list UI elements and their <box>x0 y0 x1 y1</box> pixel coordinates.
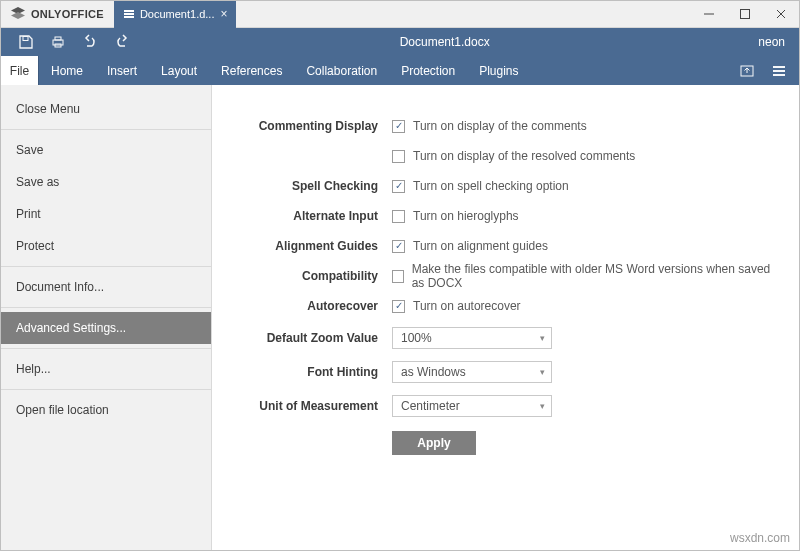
unit-value: Centimeter <box>401 399 460 413</box>
app-window: ONLYOFFICE Document1.d... × <box>0 0 800 551</box>
maximize-icon <box>739 8 751 20</box>
watermark: wsxdn.com <box>730 531 790 545</box>
menu-protection[interactable]: Protection <box>389 56 467 85</box>
checkbox-resolved-comments[interactable] <box>392 150 405 163</box>
sidebar-protect[interactable]: Protect <box>1 230 211 262</box>
chevron-down-icon: ▾ <box>540 333 545 343</box>
checkbox-alignment-label: Turn on alignment guides <box>413 239 548 253</box>
font-hinting-label: Font Hinting <box>212 365 392 379</box>
close-icon <box>775 8 787 20</box>
window-controls <box>691 1 799 28</box>
menu-home[interactable]: Home <box>39 56 95 85</box>
advanced-settings-panel: Commenting Display Turn on display of th… <box>212 85 799 550</box>
zoom-select[interactable]: 100% ▾ <box>392 327 552 349</box>
chevron-down-icon: ▾ <box>540 367 545 377</box>
svg-rect-6 <box>23 37 28 41</box>
titlebar: ONLYOFFICE Document1.d... × <box>1 1 799 28</box>
file-sidebar: Close Menu Save Save as Print Protect Do… <box>1 85 212 550</box>
svg-rect-3 <box>741 10 750 19</box>
sidebar-save-as[interactable]: Save as <box>1 166 211 198</box>
menu-references[interactable]: References <box>209 56 294 85</box>
font-hinting-value: as Windows <box>401 365 466 379</box>
sidebar-advanced-settings[interactable]: Advanced Settings... <box>1 312 211 344</box>
default-zoom-label: Default Zoom Value <box>212 331 392 345</box>
document-tab[interactable]: Document1.d... × <box>114 1 236 28</box>
menu-insert[interactable]: Insert <box>95 56 149 85</box>
separator <box>1 266 211 267</box>
quick-access-toolbar: Document1.docx neon <box>1 28 799 56</box>
commenting-display-label: Commenting Display <box>212 119 392 133</box>
checkbox-alignment[interactable] <box>392 240 405 253</box>
checkbox-spell-label: Turn on spell checking option <box>413 179 569 193</box>
checkbox-autorecover-label: Turn on autorecover <box>413 299 521 313</box>
file-tab[interactable]: File <box>1 56 39 85</box>
menubar: File Home Insert Layout References Colla… <box>1 56 799 85</box>
brand-label: ONLYOFFICE <box>31 8 104 20</box>
font-hinting-select[interactable]: as Windows ▾ <box>392 361 552 383</box>
menu-layout[interactable]: Layout <box>149 56 209 85</box>
checkbox-compat-label: Make the files compatible with older MS … <box>412 262 775 290</box>
apply-button[interactable]: Apply <box>392 431 476 455</box>
hamburger-icon <box>124 13 134 15</box>
unit-label: Unit of Measurement <box>212 399 392 413</box>
open-file-icon[interactable] <box>739 63 755 79</box>
brand: ONLYOFFICE <box>1 7 114 21</box>
separator <box>1 129 211 130</box>
spell-checking-label: Spell Checking <box>212 179 392 193</box>
checkbox-resolved-comments-label: Turn on display of the resolved comments <box>413 149 635 163</box>
menu-icon[interactable] <box>771 63 787 79</box>
minimize-button[interactable] <box>691 1 727 28</box>
svg-marker-1 <box>11 12 25 19</box>
checkbox-compat[interactable] <box>392 270 404 283</box>
print-icon[interactable] <box>49 33 67 51</box>
separator <box>1 348 211 349</box>
redo-icon[interactable] <box>113 33 131 51</box>
alternate-input-label: Alternate Input <box>212 209 392 223</box>
chevron-down-icon: ▾ <box>540 401 545 411</box>
sidebar-document-info[interactable]: Document Info... <box>1 271 211 303</box>
minimize-icon <box>703 8 715 20</box>
close-button[interactable] <box>763 1 799 28</box>
zoom-value: 100% <box>401 331 432 345</box>
separator <box>1 307 211 308</box>
checkbox-comments-label: Turn on display of the comments <box>413 119 587 133</box>
sidebar-save[interactable]: Save <box>1 134 211 166</box>
checkbox-hieroglyphs-label: Turn on hieroglyphs <box>413 209 519 223</box>
sidebar-open-location[interactable]: Open file location <box>1 394 211 426</box>
maximize-button[interactable] <box>727 1 763 28</box>
document-tab-label: Document1.d... <box>140 8 215 20</box>
save-icon[interactable] <box>17 33 35 51</box>
unit-select[interactable]: Centimeter ▾ <box>392 395 552 417</box>
body: Close Menu Save Save as Print Protect Do… <box>1 85 799 550</box>
autorecover-label: Autorecover <box>212 299 392 313</box>
user-label[interactable]: neon <box>758 35 799 49</box>
logo-icon <box>11 7 25 21</box>
tab-close-icon[interactable]: × <box>220 7 227 21</box>
document-title: Document1.docx <box>131 35 758 49</box>
checkbox-spell[interactable] <box>392 180 405 193</box>
sidebar-print[interactable]: Print <box>1 198 211 230</box>
compatibility-label: Compatibility <box>212 269 392 283</box>
checkbox-autorecover[interactable] <box>392 300 405 313</box>
alignment-guides-label: Alignment Guides <box>212 239 392 253</box>
undo-icon[interactable] <box>81 33 99 51</box>
menu-plugins[interactable]: Plugins <box>467 56 530 85</box>
svg-rect-8 <box>55 37 61 40</box>
separator <box>1 389 211 390</box>
checkbox-hieroglyphs[interactable] <box>392 210 405 223</box>
menu-collaboration[interactable]: Collaboration <box>294 56 389 85</box>
sidebar-close-menu[interactable]: Close Menu <box>1 93 211 125</box>
sidebar-help[interactable]: Help... <box>1 353 211 385</box>
checkbox-comments[interactable] <box>392 120 405 133</box>
